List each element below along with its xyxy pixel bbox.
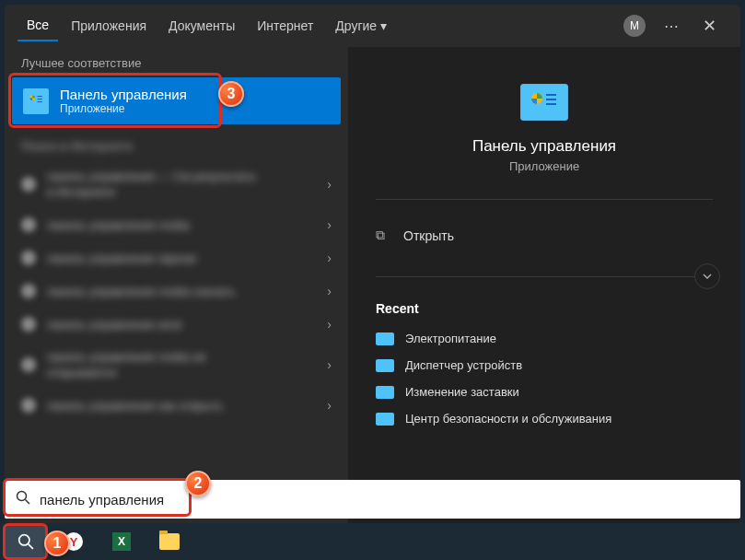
recent-item[interactable]: Центр безопасности и обслуживания: [376, 405, 713, 432]
more-options-icon[interactable]: ⋯: [655, 14, 688, 39]
control-panel-icon-large: [520, 84, 568, 121]
svg-point-14: [19, 535, 29, 545]
open-icon: ⧉: [376, 228, 390, 243]
annotation-marker-1: 1: [44, 531, 70, 556]
svg-rect-9: [546, 94, 556, 96]
excel-icon: X: [112, 532, 131, 551]
svg-point-12: [17, 492, 27, 501]
search-input[interactable]: [40, 492, 729, 508]
divider: [376, 276, 713, 277]
tab-apps[interactable]: Приложения: [62, 11, 156, 41]
tab-all[interactable]: Все: [17, 10, 58, 41]
svg-rect-5: [38, 101, 42, 102]
detail-panel: Панель управления Приложение ⧉ Открыть R…: [348, 47, 740, 523]
svg-rect-10: [546, 99, 556, 100]
divider: [376, 199, 713, 200]
best-match-result[interactable]: Панель управления Приложение: [12, 77, 341, 124]
svg-rect-11: [546, 103, 556, 105]
annotation-marker-3: 3: [218, 81, 244, 107]
close-icon[interactable]: ✕: [692, 12, 728, 40]
svg-rect-3: [38, 96, 42, 97]
control-panel-applet-icon: [376, 386, 394, 399]
result-title: Панель управления: [60, 87, 187, 102]
detail-subtitle: Приложение: [376, 159, 713, 173]
recent-item[interactable]: Электропитание: [376, 325, 713, 352]
detail-title: Панель управления: [376, 137, 713, 156]
open-action[interactable]: ⧉ Открыть: [376, 220, 713, 251]
expand-icon[interactable]: [694, 263, 720, 289]
control-panel-applet-icon: [376, 332, 394, 345]
search-window: Все Приложения Документы Интернет Другие…: [5, 5, 740, 523]
annotation-marker-2: 2: [185, 471, 211, 496]
search-icon: [16, 490, 30, 508]
svg-line-15: [29, 544, 33, 549]
recent-item[interactable]: Изменение заставки: [376, 379, 713, 405]
search-box[interactable]: [5, 480, 740, 519]
blurred-results: Поиск в Интернете панель управления — См…: [5, 124, 348, 426]
taskbar-excel-button[interactable]: X: [101, 526, 142, 557]
taskbar: Y X: [0, 523, 745, 560]
folder-icon: [159, 533, 180, 550]
chevron-down-icon: ▾: [380, 18, 387, 33]
content-area: Лучшее соответствие Панель управления Пр…: [5, 47, 740, 523]
svg-line-13: [26, 500, 30, 505]
control-panel-applet-icon: [376, 413, 394, 426]
recent-item[interactable]: Диспетчер устройств: [376, 352, 713, 379]
tab-internet[interactable]: Интернет: [248, 11, 322, 41]
result-subtitle: Приложение: [60, 102, 187, 115]
filter-tabs: Все Приложения Документы Интернет Другие…: [5, 5, 740, 47]
svg-rect-4: [38, 99, 42, 99]
taskbar-search-button[interactable]: [6, 526, 46, 557]
taskbar-explorer-button[interactable]: [149, 526, 190, 557]
tab-documents[interactable]: Документы: [159, 11, 244, 41]
control-panel-icon: [23, 88, 49, 114]
tab-more[interactable]: Другие ▾: [326, 11, 396, 41]
control-panel-applet-icon: [376, 359, 394, 372]
user-avatar[interactable]: М: [623, 15, 646, 37]
recent-label: Recent: [376, 301, 713, 316]
results-panel: Лучшее соответствие Панель управления Пр…: [5, 47, 348, 523]
bestmatch-label: Лучшее соответствие: [5, 47, 348, 77]
